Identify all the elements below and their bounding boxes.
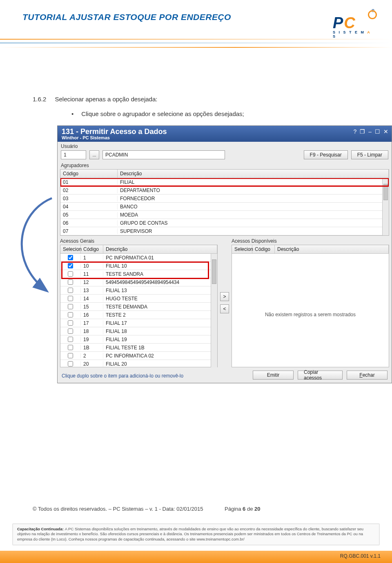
page-number: Página 6 de 20: [225, 506, 260, 512]
group-code: 05: [60, 212, 118, 218]
acessos-gerais-grid[interactable]: Selecion Código Descrição 1PC INFORMATIC…: [60, 245, 218, 367]
item-checkbox-cell[interactable]: [60, 328, 81, 334]
item-row[interactable]: 19FILIAL 19: [60, 335, 217, 344]
group-desc: GRUPO DE CONTAS: [118, 220, 389, 226]
minimize-icon[interactable]: –: [368, 128, 372, 135]
item-checkbox-cell[interactable]: [60, 345, 81, 350]
item-checkbox[interactable]: [68, 288, 73, 293]
item-checkbox-cell[interactable]: [60, 361, 81, 366]
item-checkbox-cell[interactable]: [60, 288, 81, 293]
item-row[interactable]: 12549454984549495494894954434: [60, 278, 217, 286]
clear-button[interactable]: F5 - Limpar: [351, 150, 388, 159]
search-button[interactable]: F9 - Pesquisar: [304, 150, 348, 159]
item-checkbox[interactable]: [68, 255, 73, 260]
acessos-disponiveis-grid[interactable]: Selecion Código Descrição Não existem re…: [232, 245, 389, 367]
maximize-icon[interactable]: ☐: [375, 128, 380, 135]
item-checkbox[interactable]: [68, 271, 73, 277]
lookup-button[interactable]: ...: [89, 150, 99, 159]
group-desc: SUPERVISOR: [118, 228, 389, 234]
groups-grid[interactable]: Código Descrição 01FILIAL02DEPARTAMENTO0…: [60, 169, 389, 236]
user-code-input[interactable]: 1: [61, 150, 86, 159]
item-row[interactable]: 13FILIAL 13: [60, 286, 217, 295]
group-code: 04: [60, 204, 118, 210]
item-row[interactable]: 2PC INFORMATICA 02: [60, 352, 217, 360]
footer-line: © Todos os direitos reservados. – PC Sis…: [33, 506, 351, 512]
item-checkbox[interactable]: [68, 337, 73, 342]
group-row[interactable]: 03FORNECEDOR: [60, 194, 389, 203]
item-desc: FILIAL 10: [103, 263, 217, 269]
restore-icon[interactable]: ❐: [360, 128, 365, 135]
group-code: 02: [60, 188, 118, 193]
item-checkbox-cell[interactable]: [60, 312, 81, 317]
item-desc: FILIAL TESTE 1B: [103, 345, 217, 351]
item-checkbox-cell[interactable]: [60, 337, 81, 342]
col-header-codigo-left[interactable]: Código: [81, 245, 103, 253]
scrollbar-vertical[interactable]: [382, 178, 389, 235]
item-checkbox[interactable]: [68, 304, 73, 309]
item-row[interactable]: 1PC INFORMATICA 01: [60, 254, 217, 262]
item-desc: TESTE 2: [103, 312, 217, 318]
item-checkbox-cell[interactable]: [60, 296, 81, 301]
item-desc: FILIAL 18: [103, 328, 217, 334]
group-desc: BANCO: [118, 204, 389, 210]
col-header-selecionar[interactable]: Selecion: [60, 245, 81, 253]
item-row[interactable]: 15TESTE DEMANDA: [60, 303, 217, 311]
group-row[interactable]: 05MOEDA: [60, 211, 389, 219]
col-header-descricao-right[interactable]: Descrição: [275, 245, 389, 253]
application-window: 131 - Permitir Acesso a Dados Winthor - …: [57, 125, 392, 383]
item-desc: PC INFORMATICA 02: [103, 353, 217, 359]
section-number: 1.6.2: [33, 96, 53, 103]
move-left-button[interactable]: <: [220, 304, 229, 313]
item-row[interactable]: 14HUGO TESTE: [60, 295, 217, 303]
group-desc: MOEDA: [118, 212, 389, 218]
item-checkbox[interactable]: [68, 345, 73, 350]
col-header-selecionar-right[interactable]: Selecion: [232, 245, 252, 253]
item-code: 19: [81, 337, 103, 342]
group-row[interactable]: 02DEPARTAMENTO: [60, 186, 389, 194]
item-checkbox-cell[interactable]: [60, 353, 81, 358]
item-checkbox-cell[interactable]: [60, 255, 81, 260]
move-right-button[interactable]: >: [220, 292, 229, 301]
close-icon[interactable]: ✕: [383, 128, 388, 135]
col-header-descricao-left[interactable]: Descrição: [103, 245, 217, 253]
item-row[interactable]: 1BFILIAL TESTE 1B: [60, 344, 217, 352]
bullet-icon: •: [71, 110, 80, 117]
group-desc: DEPARTAMENTO: [118, 188, 389, 193]
item-desc: TESTE DEMANDA: [103, 304, 217, 310]
group-row[interactable]: 04BANCO: [60, 203, 389, 211]
col-header-codigo[interactable]: Código: [60, 170, 118, 178]
item-checkbox-cell[interactable]: [60, 279, 81, 285]
right-panel-label: Acessos Disponíveis: [232, 238, 389, 244]
item-checkbox[interactable]: [68, 320, 73, 326]
item-code: 15: [81, 304, 103, 310]
item-row[interactable]: 11TESTE SANDRA: [60, 270, 217, 278]
col-header-descricao[interactable]: Descrição: [118, 170, 389, 178]
item-row[interactable]: 10FILIAL 10: [60, 262, 217, 270]
item-checkbox[interactable]: [68, 296, 73, 301]
help-icon[interactable]: ?: [353, 128, 356, 135]
item-checkbox-cell[interactable]: [60, 320, 81, 326]
item-row[interactable]: 18FILIAL 18: [60, 327, 217, 335]
group-row[interactable]: 07SUPERVISOR: [60, 227, 389, 235]
group-row[interactable]: 06GRUPO DE CONTAS: [60, 219, 389, 227]
group-code: 06: [60, 220, 118, 226]
item-checkbox[interactable]: [68, 361, 73, 366]
disclaimer-lead: Capacitação Continuada:: [17, 527, 65, 531]
item-checkbox[interactable]: [68, 263, 73, 268]
group-row[interactable]: 01FILIAL: [60, 178, 389, 186]
window-titlebar[interactable]: 131 - Permitir Acesso a Dados Winthor - …: [58, 126, 392, 142]
item-checkbox-cell[interactable]: [60, 271, 81, 277]
item-row[interactable]: 16TESTE 2: [60, 311, 217, 319]
scrollbar-vertical-left[interactable]: [211, 254, 217, 367]
item-row[interactable]: 17FILIAL 17: [60, 319, 217, 327]
item-code: 2: [81, 353, 103, 359]
item-checkbox[interactable]: [68, 279, 73, 285]
item-checkbox-cell[interactable]: [60, 263, 81, 268]
item-row[interactable]: 20FILIAL 20: [60, 360, 217, 367]
logo-c: C: [344, 14, 355, 32]
item-checkbox[interactable]: [68, 353, 73, 358]
item-checkbox[interactable]: [68, 312, 73, 317]
col-header-codigo-right[interactable]: Código: [252, 245, 275, 253]
item-checkbox-cell[interactable]: [60, 304, 81, 309]
item-checkbox[interactable]: [68, 328, 73, 334]
